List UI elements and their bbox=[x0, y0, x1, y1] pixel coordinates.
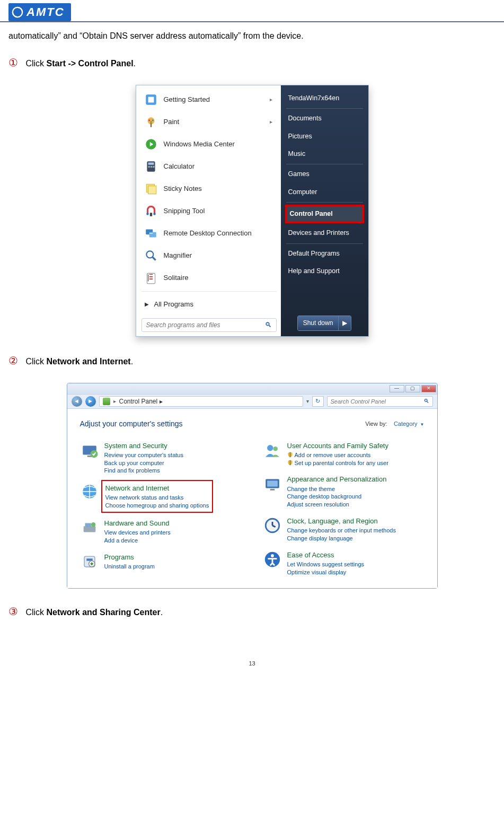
refresh-button[interactable]: ↻ bbox=[312, 396, 324, 407]
logo-mark-icon bbox=[12, 6, 23, 18]
cp-category-title[interactable]: Clock, Language, and Region bbox=[287, 516, 396, 527]
start-right-item[interactable]: Games bbox=[283, 165, 366, 183]
svg-rect-30 bbox=[85, 523, 91, 527]
start-right-separator bbox=[286, 243, 363, 244]
app-icon bbox=[144, 92, 158, 107]
cp-category-icon bbox=[80, 441, 99, 460]
start-right-item[interactable]: Default Programs bbox=[283, 245, 366, 262]
start-right-item[interactable]: TendaWin7x64en bbox=[283, 90, 366, 107]
cp-categories-grid: System and SecurityReview your computer'… bbox=[80, 441, 425, 576]
cp-category-link[interactable]: Add a device bbox=[104, 537, 171, 545]
chevron-down-icon: ▼ bbox=[420, 422, 425, 427]
nav-back-button[interactable]: ◄ bbox=[72, 396, 82, 407]
cp-category-link[interactable]: Back up your computer bbox=[104, 459, 183, 467]
search-icon[interactable]: 🔍︎ bbox=[423, 397, 429, 406]
cp-category-link[interactable]: Optimize visual display bbox=[287, 568, 365, 576]
start-menu-item-label: Magnifier bbox=[164, 250, 192, 261]
cp-category-link[interactable]: View network status and tasks bbox=[105, 494, 209, 502]
start-menu-item[interactable]: Magnifier bbox=[139, 244, 279, 267]
breadcrumb[interactable]: ▸ Control Panel ▸ bbox=[99, 396, 303, 407]
start-right-item[interactable]: Devices and Printers bbox=[283, 224, 366, 242]
cp-category-title[interactable]: System and Security bbox=[104, 441, 183, 451]
svg-rect-21 bbox=[149, 232, 156, 238]
cp-category-link[interactable]: Change desktop background bbox=[287, 493, 387, 501]
search-input[interactable] bbox=[146, 321, 265, 329]
svg-point-7 bbox=[150, 121, 152, 122]
start-right-item[interactable]: Pictures bbox=[283, 128, 366, 145]
shutdown-button[interactable]: Shut down ▶ bbox=[297, 316, 352, 331]
svg-point-36 bbox=[273, 447, 278, 451]
cp-category-link[interactable]: Adjust screen resolution bbox=[287, 501, 387, 509]
cp-category-title[interactable]: Programs bbox=[104, 552, 155, 563]
start-menu-item[interactable]: Calculator bbox=[139, 155, 279, 178]
step-2-text: Click Network and Internet. bbox=[25, 357, 133, 366]
window-titlebar: — ▢ ✕ bbox=[67, 383, 437, 394]
cp-category-link[interactable]: Review your computer's status bbox=[104, 451, 183, 459]
start-menu-search[interactable]: 🔍︎ bbox=[142, 318, 277, 332]
window-minimize-button[interactable]: — bbox=[390, 385, 404, 392]
start-right-separator bbox=[286, 202, 363, 203]
window-close-button[interactable]: ✕ bbox=[421, 385, 436, 392]
control-panel-icon bbox=[103, 398, 110, 405]
cp-category: ProgramsUninstall a program bbox=[80, 552, 242, 571]
cp-category-title[interactable]: Network and Internet bbox=[105, 483, 209, 494]
cp-category-title[interactable]: User Accounts and Family Safety bbox=[287, 441, 388, 451]
cp-category-link[interactable]: Change keyboards or other input methods bbox=[287, 527, 396, 535]
step-3-number: ③ bbox=[8, 603, 23, 620]
cp-category-link[interactable]: Set up parental controls for any user bbox=[287, 459, 388, 467]
start-right-item[interactable]: Computer bbox=[283, 183, 366, 201]
cp-left-column: System and SecurityReview your computer'… bbox=[80, 441, 242, 576]
search-icon[interactable]: 🔍︎ bbox=[265, 320, 272, 330]
start-menu-item[interactable]: Solitaire bbox=[139, 267, 279, 289]
cp-category-title[interactable]: Hardware and Sound bbox=[104, 518, 171, 529]
cp-category-title[interactable]: Ease of Access bbox=[287, 550, 365, 561]
start-menu-item-label: Calculator bbox=[164, 161, 195, 172]
cp-category-link[interactable]: Find and fix problems bbox=[104, 467, 183, 475]
start-right-item[interactable]: Music bbox=[283, 145, 366, 163]
cp-search-input[interactable] bbox=[331, 398, 423, 405]
svg-point-6 bbox=[152, 119, 153, 121]
cp-category-link[interactable]: Change display language bbox=[287, 535, 396, 542]
start-menu-item[interactable]: Snipping Tool bbox=[139, 200, 279, 222]
cp-category-link[interactable]: View devices and printers bbox=[104, 529, 171, 537]
start-right-item[interactable]: Documents bbox=[283, 110, 366, 127]
cp-category-link[interactable]: Add or remove user accounts bbox=[287, 451, 388, 459]
start-menu-item-label: Paint bbox=[164, 117, 180, 127]
brand-logo: AMTC bbox=[8, 3, 71, 21]
cp-category-link[interactable]: Change the theme bbox=[287, 485, 387, 493]
step-2: ② Click Network and Internet. bbox=[8, 353, 496, 369]
start-menu-item[interactable]: Sticky Notes bbox=[139, 178, 279, 200]
start-right-control-panel[interactable]: Control Panel bbox=[285, 205, 364, 223]
start-menu-item[interactable]: Paint▸ bbox=[139, 111, 279, 133]
app-icon bbox=[144, 226, 158, 241]
cp-viewby[interactable]: View by: Category ▼ bbox=[365, 419, 424, 428]
window-maximize-button[interactable]: ▢ bbox=[405, 385, 420, 392]
step-2-number: ② bbox=[8, 353, 23, 369]
svg-point-17 bbox=[146, 213, 148, 215]
start-right-item[interactable]: Help and Support bbox=[283, 262, 366, 280]
start-menu-all-programs[interactable]: ▶ All Programs bbox=[139, 294, 279, 315]
cp-right-column: User Accounts and Family SafetyAdd or re… bbox=[263, 441, 425, 576]
cp-category-icon bbox=[80, 482, 99, 501]
cp-search-box[interactable]: 🔍︎ bbox=[327, 396, 433, 407]
svg-rect-38 bbox=[267, 481, 278, 487]
explorer-address-bar: ◄ ► ▸ Control Panel ▸ ▾ ↻ 🔍︎ bbox=[67, 394, 437, 409]
cp-category-link[interactable]: Uninstall a program bbox=[104, 563, 155, 571]
start-menu-right: TendaWin7x64enDocumentsPicturesMusicGame… bbox=[281, 85, 368, 336]
start-right-separator bbox=[286, 164, 363, 164]
cp-title: Adjust your computer's settings bbox=[80, 418, 183, 430]
start-menu-item[interactable]: Windows Media Center bbox=[139, 133, 279, 155]
nav-forward-button[interactable]: ► bbox=[85, 396, 96, 407]
shutdown-menu-chevron-icon[interactable]: ▶ bbox=[338, 316, 351, 330]
cp-category-icon bbox=[263, 441, 282, 460]
cp-heading-row: Adjust your computer's settings View by:… bbox=[80, 418, 425, 430]
cp-category-link[interactable]: Choose homegroup and sharing options bbox=[105, 502, 209, 510]
cp-category-link[interactable]: Let Windows suggest settings bbox=[287, 561, 365, 568]
start-right-separator bbox=[286, 108, 363, 109]
start-menu-item-label: Remote Desktop Connection bbox=[164, 228, 252, 239]
start-menu-item[interactable]: Getting Started▸ bbox=[139, 89, 279, 111]
svg-rect-11 bbox=[148, 162, 154, 164]
cp-category-title[interactable]: Appearance and Personalization bbox=[287, 474, 387, 485]
start-menu-item[interactable]: Remote Desktop Connection bbox=[139, 222, 279, 244]
step-1-text: Click Start -> Control Panel. bbox=[25, 59, 136, 68]
